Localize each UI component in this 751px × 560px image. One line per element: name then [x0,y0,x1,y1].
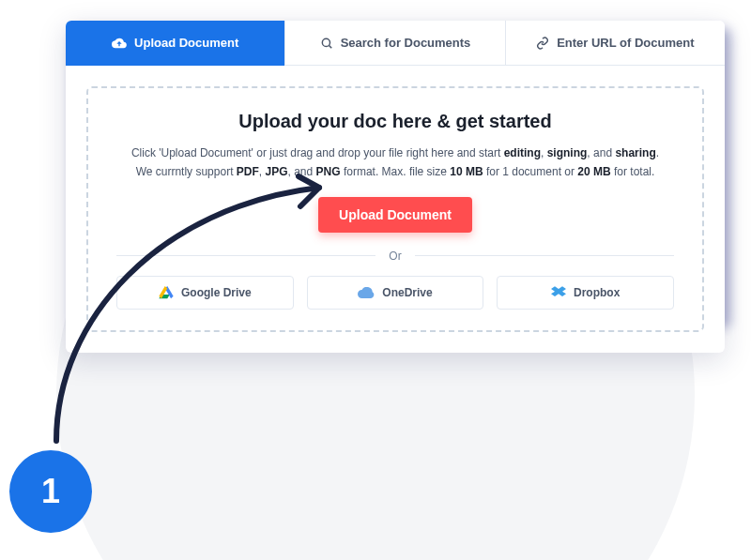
tab-upload-label: Upload Document [134,36,238,50]
upload-panel: Upload Document Search for Documents Ent… [66,21,725,353]
google-drive-icon [159,286,174,299]
provider-gdrive-label: Google Drive [181,286,252,299]
upload-document-button[interactable]: Upload Document [318,197,472,233]
provider-onedrive[interactable]: OneDrive [307,276,484,310]
dropbox-icon [551,286,566,299]
onedrive-icon [358,287,375,298]
dropzone-container: Upload your doc here & get started Click… [66,66,725,353]
tab-url-label: Enter URL of Document [557,36,694,50]
provider-dropbox[interactable]: Dropbox [497,276,674,310]
tab-search-label: Search for Documents [341,36,471,50]
search-icon [320,37,333,50]
dropzone[interactable]: Upload your doc here & get started Click… [86,86,704,332]
tab-bar: Upload Document Search for Documents Ent… [66,21,725,66]
cloud-upload-icon [112,36,127,51]
provider-row: Google Drive OneDrive Dropbox [116,276,674,310]
link-icon [536,37,549,50]
step-number-badge: 1 [9,450,92,533]
or-divider: Or [116,250,674,263]
provider-onedrive-label: OneDrive [382,286,432,299]
step-number: 1 [41,472,60,511]
svg-point-0 [322,38,330,46]
provider-dropbox-label: Dropbox [574,286,620,299]
svg-line-1 [329,45,331,48]
dropzone-subtitle: Click 'Upload Document' or just drag and… [116,144,674,182]
dropzone-title: Upload your doc here & get started [116,111,674,132]
tab-upload-document[interactable]: Upload Document [66,21,284,66]
tab-search-documents[interactable]: Search for Documents [284,21,504,66]
tab-enter-url[interactable]: Enter URL of Document [505,21,725,66]
provider-google-drive[interactable]: Google Drive [116,276,294,310]
